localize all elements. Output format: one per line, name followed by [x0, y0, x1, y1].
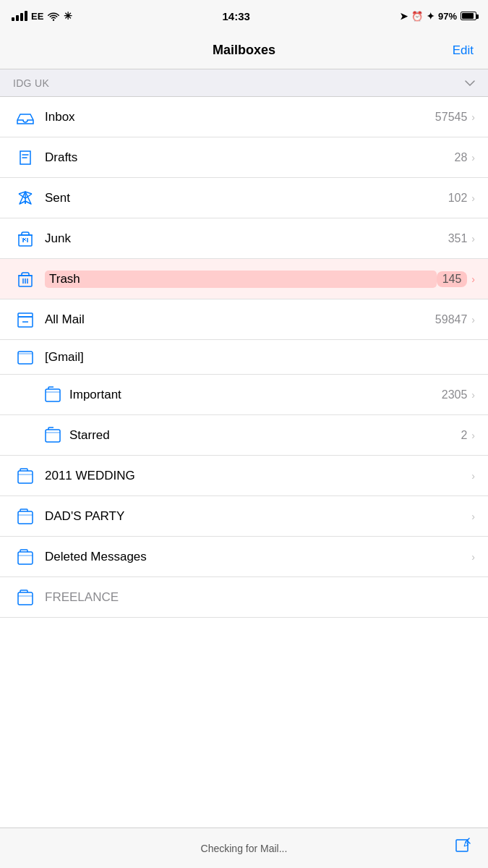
svg-rect-8 [18, 511, 33, 524]
gmail-folder-icon [13, 347, 38, 367]
svg-rect-6 [46, 430, 60, 442]
sent-icon [13, 188, 38, 208]
status-left: EE ✳ [12, 10, 72, 22]
starred-count: 2 [461, 429, 467, 442]
drafts-icon [13, 148, 38, 168]
alarm-icon: ⏰ [411, 11, 423, 22]
trash-chevron: › [471, 273, 475, 285]
freelance-label: FREELANCE [45, 590, 475, 605]
checking-text: Checking for Mail... [201, 843, 288, 854]
junk-chevron: › [471, 233, 475, 244]
status-right: ➤ ⏰ ✦ 97% [400, 11, 476, 22]
archive-icon [13, 310, 38, 330]
section-header: IDG UK [0, 69, 488, 97]
gmail-header: [Gmail] [0, 340, 488, 375]
svg-rect-9 [18, 552, 33, 564]
dadsparty-chevron: › [471, 511, 475, 522]
section-header-label: IDG UK [13, 77, 49, 89]
mailbox-list: Inbox 57545 › Drafts 28 › S [0, 97, 488, 618]
wedding-label: 2011 WEDDING [45, 469, 471, 483]
nav-bar: Mailboxes Edit [0, 32, 488, 69]
mailbox-item-important[interactable]: Important 2305 › [0, 375, 488, 415]
wifi-icon [47, 11, 60, 21]
svg-rect-5 [46, 389, 60, 401]
signal-icon [12, 11, 27, 21]
junk-count: 351 [448, 232, 468, 245]
inbox-icon [13, 107, 38, 127]
inbox-label: Inbox [45, 110, 435, 124]
important-count: 2305 [442, 388, 468, 401]
svg-rect-4 [18, 352, 33, 364]
sent-chevron: › [471, 192, 475, 204]
inbox-count: 57545 [435, 111, 468, 124]
sent-label: Sent [45, 191, 448, 205]
dadsparty-folder-icon [13, 506, 38, 527]
mailbox-item-starred[interactable]: Starred 2 › [0, 415, 488, 456]
deleted-chevron: › [471, 551, 475, 563]
dadsparty-label: DAD'S PARTY [45, 509, 471, 524]
wedding-folder-icon [13, 466, 38, 486]
chevron-down-icon [465, 80, 475, 87]
trash-label: Trash [45, 271, 437, 288]
trash-count: 145 [437, 271, 468, 287]
allmail-chevron: › [471, 314, 475, 326]
page-title: Mailboxes [213, 43, 275, 58]
trash-icon [13, 269, 38, 289]
mailbox-item-inbox[interactable]: Inbox 57545 › [0, 97, 488, 137]
gmail-label: [Gmail] [45, 350, 84, 365]
mailbox-item-trash[interactable]: Trash 145 › [0, 259, 488, 299]
allmail-label: All Mail [45, 312, 435, 327]
starred-label: Starred [69, 428, 461, 443]
drafts-label: Drafts [45, 150, 455, 165]
mailbox-item-dadsparty[interactable]: DAD'S PARTY › [0, 496, 488, 537]
allmail-count: 59847 [435, 313, 468, 326]
bluetooth-icon: ✦ [427, 11, 435, 22]
sent-count: 102 [448, 192, 468, 205]
inbox-chevron: › [471, 111, 475, 123]
deleted-folder-icon [13, 547, 38, 567]
mailbox-item-wedding[interactable]: 2011 WEDDING › [0, 456, 488, 496]
status-bar: EE ✳ 14:33 ➤ ⏰ ✦ 97% [0, 0, 488, 32]
junk-icon [13, 229, 38, 249]
status-time: 14:33 [222, 10, 249, 22]
loading-icon: ✳ [64, 10, 72, 22]
mailbox-item-deleted[interactable]: Deleted Messages › [0, 537, 488, 577]
mailbox-item-junk[interactable]: Junk 351 › [0, 218, 488, 259]
battery-icon [461, 12, 476, 20]
starred-folder-icon [43, 425, 64, 446]
drafts-count: 28 [455, 151, 468, 164]
important-label: Important [69, 388, 442, 402]
mailbox-item-allmail[interactable]: All Mail 59847 › [0, 299, 488, 340]
bottom-bar: Checking for Mail... [0, 827, 488, 868]
edit-button[interactable]: Edit [453, 43, 474, 58]
location-icon: ➤ [400, 11, 408, 22]
mailbox-item-drafts[interactable]: Drafts 28 › [0, 137, 488, 178]
deleted-label: Deleted Messages [45, 550, 471, 564]
important-folder-icon [43, 385, 64, 405]
junk-label: Junk [45, 231, 448, 246]
freelance-folder-icon [13, 587, 38, 608]
mailbox-item-sent[interactable]: Sent 102 › [0, 178, 488, 218]
battery-percent: 97% [438, 11, 457, 22]
important-chevron: › [471, 389, 475, 401]
starred-chevron: › [471, 430, 475, 441]
carrier-label: EE [31, 11, 43, 22]
compose-button[interactable] [453, 837, 474, 860]
svg-rect-7 [18, 471, 33, 483]
wedding-chevron: › [471, 470, 475, 482]
svg-rect-10 [18, 592, 33, 605]
mailbox-item-freelance[interactable]: FREELANCE [0, 577, 488, 618]
drafts-chevron: › [471, 152, 475, 163]
